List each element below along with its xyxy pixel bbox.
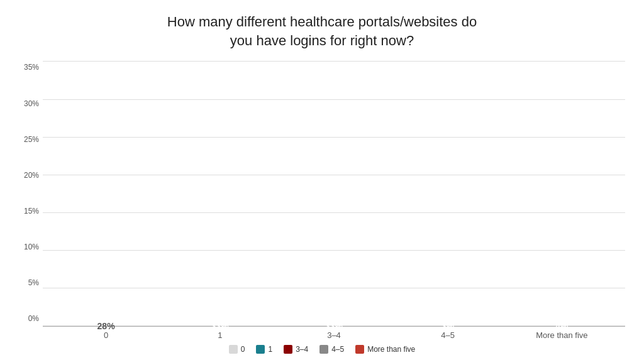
- bar-0-pct-label: 28%: [97, 321, 115, 331]
- chart-body: 28%33%33%3%4% 013–44–5More than five: [43, 61, 625, 340]
- x-axis-label: 3–4: [277, 330, 391, 340]
- legend-label: 1: [268, 345, 272, 354]
- bar-group: 4%: [505, 61, 619, 326]
- grid-and-bars: 28%33%33%3%4%: [43, 61, 625, 326]
- bar-group: 3%: [391, 61, 505, 326]
- y-axis-label: 15%: [19, 207, 43, 215]
- chart-title: How many different healthcare portals/we…: [167, 13, 477, 50]
- chart-area: 0%5%10%15%20%25%30%35% 28%33%33%3%4% 013…: [19, 61, 625, 340]
- y-axis-label: 30%: [19, 100, 43, 107]
- legend-item: More than five: [355, 345, 415, 354]
- legend: 013–44–5More than five: [229, 345, 415, 354]
- bar-group: 33%: [277, 61, 391, 326]
- bar-more-pct-label: 4%: [555, 321, 568, 331]
- x-axis-label: 1: [163, 330, 277, 340]
- legend-swatch: [256, 345, 265, 354]
- legend-label: More than five: [367, 345, 415, 354]
- legend-item: 0: [229, 345, 245, 354]
- y-axis-label: 20%: [19, 172, 43, 179]
- y-axis-label: 35%: [19, 63, 43, 71]
- bar-group: 33%: [163, 61, 277, 326]
- legend-label: 4–5: [331, 345, 344, 354]
- x-axis-label: More than five: [505, 330, 619, 340]
- x-axis-label: 4–5: [391, 330, 505, 340]
- y-axis-label: 5%: [19, 279, 43, 286]
- legend-swatch: [319, 345, 328, 354]
- legend-swatch: [229, 345, 238, 354]
- y-axis: 0%5%10%15%20%25%30%35%: [19, 61, 43, 340]
- x-axis-label: 0: [49, 330, 163, 340]
- legend-item: 4–5: [319, 345, 344, 354]
- legend-label: 0: [241, 345, 245, 354]
- legend-item: 3–4: [284, 345, 308, 354]
- x-axis: 013–44–5More than five: [43, 330, 625, 340]
- y-axis-label: 0%: [19, 315, 43, 322]
- legend-swatch: [355, 345, 364, 354]
- legend-swatch: [284, 345, 292, 354]
- y-axis-label: 25%: [19, 136, 43, 143]
- legend-label: 3–4: [296, 345, 308, 354]
- bar-group: 28%: [49, 61, 163, 326]
- y-axis-label: 10%: [19, 243, 43, 251]
- legend-item: 1: [256, 345, 272, 354]
- bar-34-pct-label: 33%: [325, 321, 343, 331]
- bar-45-pct-label: 3%: [441, 321, 454, 331]
- bar-1-pct-label: 33%: [211, 321, 229, 331]
